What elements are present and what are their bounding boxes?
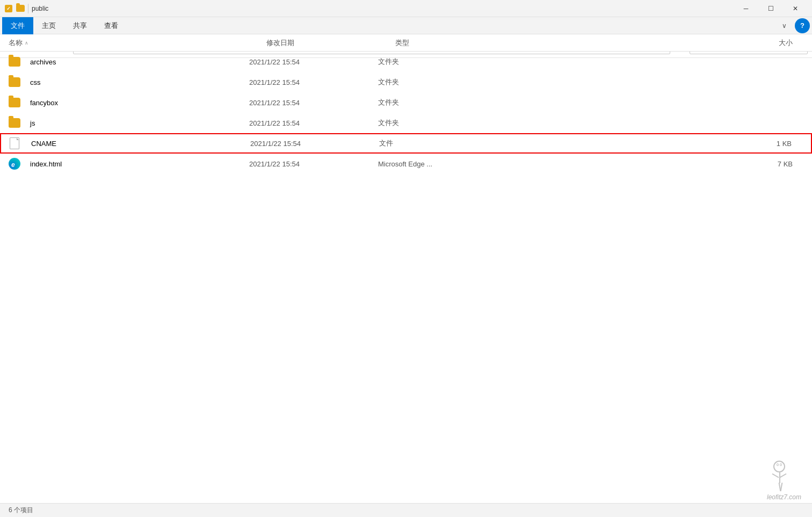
column-headers: 名称 ∧ 修改日期 类型 大小 [0, 34, 812, 52]
stick-arm-left [772, 474, 779, 478]
list-item[interactable]: CNAME 2021/1/22 15:54 文件 1 KB [0, 133, 812, 154]
file-name-cell: fancybox [9, 98, 249, 107]
file-icon-area [9, 158, 26, 170]
main-content: 名称 ∧ 修改日期 类型 大小 archives 2021/1/22 15:54… [0, 34, 812, 503]
stick-eye-right [780, 463, 782, 466]
window-title: public [32, 5, 48, 12]
file-name-cell: css [9, 77, 249, 87]
sort-icon-name: ∧ [25, 40, 28, 46]
item-count-label: 6 个项目 [9, 506, 33, 515]
tab-home[interactable]: 主页 [33, 17, 64, 34]
file-name-cell: index.html [9, 158, 249, 170]
folder-icon [9, 118, 20, 128]
file-name-cell: archives [9, 57, 249, 67]
close-button[interactable]: ✕ [783, 0, 808, 17]
title-bar-left: ✓ public [4, 4, 48, 13]
ribbon-collapse-button[interactable]: ∨ [775, 17, 793, 34]
file-doc-icon [10, 137, 19, 149]
help-button[interactable]: ? [795, 18, 810, 33]
stick-leg-right [780, 483, 783, 491]
file-icon-area [9, 118, 26, 128]
title-bar-sep [28, 4, 28, 13]
list-item[interactable]: fancybox 2021/1/22 15:54 文件夹 [0, 92, 812, 113]
stick-eye-left [777, 463, 779, 466]
title-bar: ✓ public ─ ☐ ✕ [0, 0, 812, 17]
toolbar-icon-check: ✓ [4, 4, 13, 13]
status-bar: 6 个项目 [0, 503, 812, 517]
minimize-button[interactable]: ─ [734, 0, 758, 17]
list-item[interactable]: index.html 2021/1/22 15:54 Microsoft Edg… [0, 154, 812, 174]
list-item[interactable]: css 2021/1/22 15:54 文件夹 [0, 72, 812, 92]
watermark: leofitz7.com [731, 458, 801, 501]
stick-figure-head [773, 461, 785, 472]
maximize-button[interactable]: ☐ [758, 0, 783, 17]
col-header-size[interactable]: 大小 [503, 38, 803, 48]
edge-icon [9, 158, 20, 170]
watermark-figure: leofitz7.com [731, 458, 801, 501]
watermark-text: leofitz7.com [767, 493, 801, 501]
tab-view[interactable]: 查看 [96, 17, 127, 34]
title-bar-controls: ─ ☐ ✕ [734, 0, 808, 17]
ribbon-right: ∨ ? [775, 17, 810, 34]
file-name-cell: CNAME [10, 137, 250, 149]
tab-file[interactable]: 文件 [2, 17, 33, 34]
ribbon-menubar: 文件 主页 共享 查看 ∨ ? [0, 17, 812, 34]
list-item[interactable]: js 2021/1/22 15:54 文件夹 [0, 113, 812, 133]
list-item[interactable]: archives 2021/1/22 15:54 文件夹 [0, 52, 812, 72]
file-icon-area [9, 77, 26, 87]
file-icon-area [10, 137, 27, 149]
folder-icon [9, 77, 20, 87]
file-list: archives 2021/1/22 15:54 文件夹 css 2021/1/… [0, 52, 812, 503]
file-icon-area [9, 98, 26, 107]
col-header-name[interactable]: 名称 ∧ [9, 38, 266, 48]
file-name-cell: js [9, 118, 249, 128]
folder-icon [9, 98, 20, 107]
stick-arm-right [779, 474, 786, 478]
tab-share[interactable]: 共享 [64, 17, 96, 34]
folder-icon [9, 57, 20, 67]
col-header-date[interactable]: 修改日期 [266, 38, 395, 48]
folder-icon-title [16, 5, 25, 12]
col-header-type[interactable]: 类型 [395, 38, 503, 48]
file-icon-area [9, 57, 26, 67]
